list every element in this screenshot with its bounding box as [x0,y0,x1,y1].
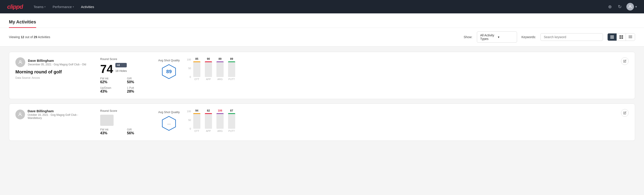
refresh-icon[interactable]: ↻ [616,4,623,10]
toolbar: Viewing 12 out of 29 Activities Show: Al… [0,28,644,46]
score-badge: +4 [115,63,127,68]
round-score-row: 74 +4 18 Holes [100,63,149,75]
avg-shot-quality-label: Avg Shot Quality [158,110,180,114]
chart-col-ott: 85 OTT [193,57,200,80]
gir-stat: GIR 56% [127,128,149,135]
view-toggle-group [608,33,635,41]
keywords-label: Keywords: [522,35,536,39]
card-stats: Round Score FW Hit 43% GIR 56% [100,109,149,135]
show-label: Show: [464,35,472,39]
chart-columns: 94 OTT 82 [193,109,235,132]
svg-rect-8 [622,37,623,39]
bar-chart: 100 50 0 85 OTT [187,57,235,80]
round-score-row [100,115,149,126]
gir-value: 50% [127,80,149,84]
bar-label-arg: ARG [217,78,223,80]
gir-label: GIR [127,77,149,80]
bar-fill-ott [193,64,200,77]
navbar: clippd Teams ▾ Performance ▾ Activities … [0,0,644,14]
viewing-count: Viewing 12 out of 29 Activities [9,35,459,39]
view-grid-button[interactable] [617,34,626,40]
bar-chart: 100 50 0 94 OTT [187,109,235,132]
view-compact-button[interactable] [626,34,635,40]
chart-columns: 85 OTT 90 [193,57,235,80]
fw-hit-value: 62% [100,80,122,84]
activity-card: Dave Billingham October 16, 2021 · Gog M… [9,104,635,141]
svg-rect-1 [610,36,614,36]
svg-rect-10 [628,36,632,37]
chart-col-arg: 89 ARG [216,57,224,80]
bar-fill-app [205,63,212,77]
hexagon-wrap: Avg Shot Quality ... [158,110,180,131]
keyword-search[interactable] [540,33,603,41]
shot-quality-hexagon: ... [161,116,177,131]
chevron-down-icon: ▾ [73,6,74,8]
round-score-label: Round Score [100,57,149,61]
bar-value-app: 90 [207,57,210,60]
svg-point-15 [20,113,21,114]
svg-rect-3 [610,37,614,38]
bar-label-arg: ARG [217,130,223,132]
chart-col-putt: 87 PUTT [228,109,235,132]
y-label-50: 50 [188,119,191,121]
avg-shot-quality-label: Avg Shot Quality [158,59,180,62]
one-putt-label: 1 Putt [127,86,149,90]
fw-hit-label: FW Hit [100,77,122,80]
one-putt-value: 28% [127,90,149,94]
nav-item-performance[interactable]: Performance ▾ [53,4,74,10]
card-source: Data Source: Arccos [16,76,91,80]
bar-top-arg [216,113,224,114]
fw-hit-stat: FW Hit 43% [100,128,122,135]
bar-container-ott [193,113,200,129]
hexagon-wrap: Avg Shot Quality 89 [158,59,180,80]
gir-label: GIR [127,128,149,131]
chart-col-app: 90 APP [205,57,212,80]
nav-label-performance: Performance [53,5,72,9]
card-title: Morning round of golf [16,70,91,74]
round-score-value: 74 [100,63,113,75]
chevron-down-icon: ▾ [44,6,46,8]
svg-point-13 [20,61,21,62]
edit-button[interactable] [621,57,628,65]
user-menu[interactable]: ▾ [626,3,637,10]
avatar [16,110,25,119]
updown-value: 43% [100,90,122,94]
y-label-0: 0 [190,76,191,78]
y-label-100: 100 [187,110,191,113]
card-user: Dave Billingham December 05, 2021 · Gog … [16,57,91,67]
card-quality: Avg Shot Quality ... 100 50 0 [158,109,612,132]
nav-item-teams[interactable]: Teams ▾ [34,4,46,10]
nav-item-activities[interactable]: Activities [81,4,94,10]
avatar [16,57,25,67]
svg-rect-6 [622,35,623,37]
search-input[interactable] [544,35,600,39]
nav-label-activities: Activities [81,5,94,9]
bar-top-arg [216,61,224,62]
bar-top-app [205,61,212,62]
bar-value-ott: 85 [195,57,198,60]
chart-y-axis: 100 50 0 [187,110,192,130]
svg-point-0 [630,5,631,7]
view-list-button[interactable] [608,34,617,40]
chart-col-arg: 106 ARG [216,109,224,132]
add-icon[interactable]: ⊕ [607,4,613,10]
svg-rect-11 [628,37,632,38]
holes-count: 18 Holes [115,69,127,72]
y-label-50: 50 [188,67,191,70]
card-left: Dave Billingham October 16, 2021 · Gog M… [16,109,91,122]
edit-button[interactable] [621,109,628,117]
bar-container-arg [216,113,224,129]
activities-list: Dave Billingham December 05, 2021 · Gog … [0,46,644,146]
bar-top-ott [193,113,200,114]
bar-fill-putt [228,115,235,129]
fw-hit-value: 43% [100,131,122,135]
fw-hit-stat: FW Hit 62% [100,77,122,84]
bar-container-app [205,61,212,77]
navbar-actions: ⊕ ↻ ▾ [607,3,637,10]
score-placeholder [100,115,114,126]
activity-type-select[interactable]: All Activity Types ▾ [477,32,517,42]
bar-container-arg [216,61,224,77]
bar-value-putt: 89 [230,57,233,60]
app-logo[interactable]: clippd [7,3,23,10]
bar-label-ott: OTT [194,78,199,80]
